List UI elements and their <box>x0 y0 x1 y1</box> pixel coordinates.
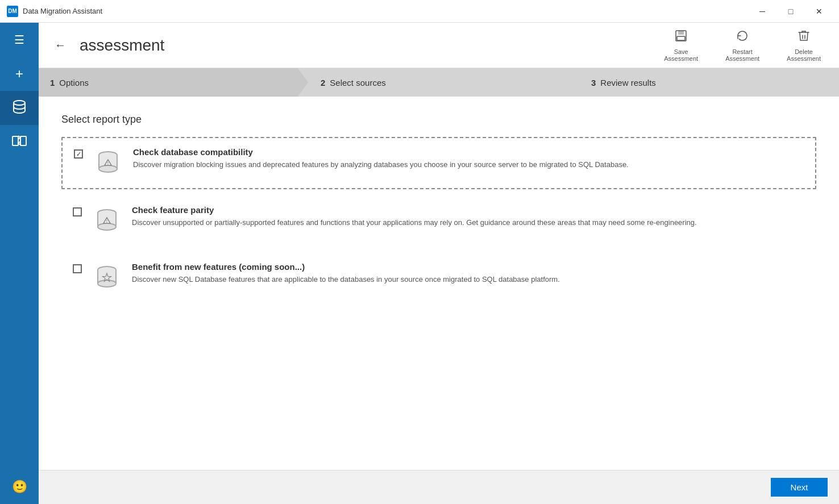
delete-icon <box>797 29 811 46</box>
option-icon-3 <box>91 262 123 294</box>
option-3-desc: Discover new SQL Database features that … <box>132 274 805 285</box>
option-2-title: Check feature parity <box>132 205 805 215</box>
toolbar: ← assessment SaveAssessment <box>39 23 839 68</box>
back-icon: ← <box>55 39 66 52</box>
main-layout: ☰ + <box>0 23 839 504</box>
option-2-desc: Discover unsupported or partially-suppor… <box>132 217 805 228</box>
option-1-desc: Discover migration blocking issues and d… <box>133 159 804 170</box>
svg-point-22 <box>98 280 116 287</box>
checkbox-3[interactable] <box>73 264 82 273</box>
title-bar-left: DM Data Migration Assistant <box>7 6 102 17</box>
step-3[interactable]: 3 Review results <box>568 68 839 97</box>
option-icon-2: ! <box>91 205 123 237</box>
option-text-2: Check feature parity Discover unsupporte… <box>132 205 805 228</box>
step-2[interactable]: 2 Select sources <box>298 68 568 97</box>
migrate-icon <box>11 133 27 152</box>
delete-label: DeleteAssessment <box>787 48 821 62</box>
page-title: assessment <box>80 36 648 55</box>
step-1-label: Options <box>59 78 89 88</box>
back-button[interactable]: ← <box>50 35 70 56</box>
svg-point-0 <box>14 101 25 105</box>
option-icon-1: ! <box>92 147 124 179</box>
sidebar-item-migrate[interactable] <box>0 125 39 159</box>
minimize-button[interactable]: ─ <box>749 3 775 20</box>
svg-text:!: ! <box>107 161 109 165</box>
toolbar-actions: SaveAssessment RestartAssessment <box>657 24 828 66</box>
sidebar-item-smiley[interactable]: 🙂 <box>0 470 39 504</box>
checkbox-2[interactable] <box>73 207 82 216</box>
sidebar-menu-button[interactable]: ☰ <box>0 23 39 57</box>
svg-text:!: ! <box>106 219 107 223</box>
svg-rect-2 <box>20 136 26 145</box>
app-logo: DM <box>7 6 18 17</box>
svg-point-15 <box>98 223 116 230</box>
save-icon <box>674 29 688 46</box>
sidebar: ☰ + <box>0 23 39 504</box>
checkbox-container-3 <box>73 264 82 273</box>
restart-label: RestartAssessment <box>725 48 759 62</box>
save-label: SaveAssessment <box>664 48 698 62</box>
next-button[interactable]: Next <box>771 478 828 497</box>
option-1-title: Check database compatibility <box>133 147 804 157</box>
report-option-2[interactable]: ! Check feature parity Discover unsuppor… <box>61 196 816 246</box>
option-text-3: Benefit from new features (coming soon..… <box>132 262 805 285</box>
checkbox-container-2 <box>73 207 82 216</box>
step-2-label: Select sources <box>330 78 385 88</box>
checkbox-1[interactable]: ✓ <box>74 149 83 159</box>
report-option-1[interactable]: ✓ ! Check databa <box>61 137 816 189</box>
step-3-num: 3 <box>591 78 596 88</box>
content-area: ← assessment SaveAssessment <box>39 23 839 504</box>
report-option-3[interactable]: Benefit from new features (coming soon..… <box>61 253 816 303</box>
title-bar-title: Data Migration Assistant <box>23 7 102 15</box>
database-icon <box>11 99 27 118</box>
plus-icon: + <box>15 66 23 82</box>
checkbox-container-1: ✓ <box>74 149 83 159</box>
svg-point-8 <box>99 165 117 172</box>
step-2-num: 2 <box>321 78 325 88</box>
step-1[interactable]: 1 Options <box>39 68 298 97</box>
title-bar: DM Data Migration Assistant ─ □ ✕ <box>0 0 839 23</box>
page-content: Select report type ✓ <box>39 97 839 470</box>
option-3-title: Benefit from new features (coming soon..… <box>132 262 805 272</box>
title-bar-controls: ─ □ ✕ <box>749 3 832 20</box>
step-3-label: Review results <box>600 78 656 88</box>
save-assessment-button[interactable]: SaveAssessment <box>657 24 705 66</box>
sidebar-add-button[interactable]: + <box>0 57 39 91</box>
step-1-num: 1 <box>50 78 55 88</box>
restart-assessment-button[interactable]: RestartAssessment <box>718 24 766 66</box>
hamburger-icon: ☰ <box>14 33 24 47</box>
steps-bar: 1 Options 2 Select sources 3 Review resu… <box>39 68 839 97</box>
svg-rect-5 <box>677 36 685 40</box>
delete-assessment-button[interactable]: DeleteAssessment <box>780 24 828 66</box>
close-button[interactable]: ✕ <box>806 3 832 20</box>
option-text-1: Check database compatibility Discover mi… <box>133 147 804 170</box>
smiley-icon: 🙂 <box>12 480 27 494</box>
maximize-button[interactable]: □ <box>778 3 804 20</box>
sidebar-item-database[interactable] <box>0 91 39 125</box>
section-title: Select report type <box>61 114 816 126</box>
svg-rect-1 <box>13 136 18 145</box>
restart-icon <box>736 29 749 46</box>
bottom-bar: Next <box>39 470 839 504</box>
svg-rect-4 <box>678 31 684 35</box>
